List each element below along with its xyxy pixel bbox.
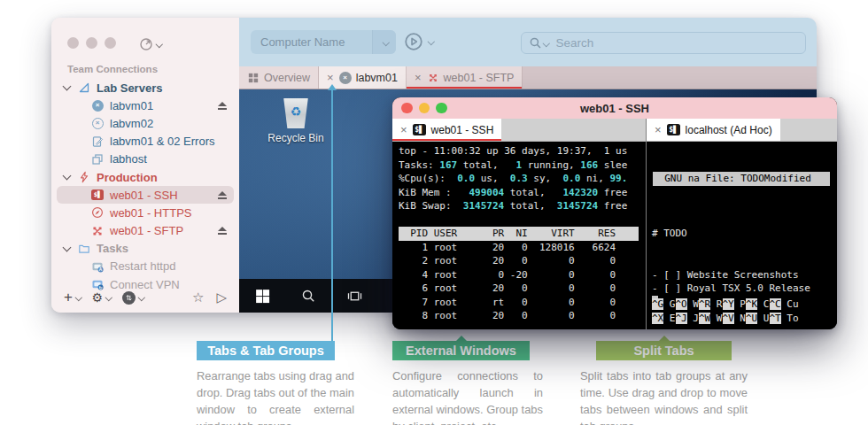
callout-pointer-line	[331, 89, 333, 344]
nano-line	[652, 241, 837, 255]
process-table-row: 7 root rt 0 0 0	[399, 296, 646, 310]
chevron-down-icon[interactable]	[63, 82, 72, 91]
close-icon[interactable]: ×	[400, 123, 407, 136]
sidebar-group-production[interactable]: Production	[57, 168, 234, 186]
tab-label: localhost (Ad Hoc)	[686, 124, 772, 136]
compass-icon	[90, 206, 105, 219]
sidebar-item-label: web01 - HTTPS	[110, 206, 191, 220]
nano-editor[interactable]: GNU na File: TODOModified # TODO - [ ] W…	[647, 142, 837, 329]
process-table-row: 2 root 20 0 0 0	[399, 254, 646, 268]
external-window: web01 - SSH × $▋ web01 - SSH top - 11:00…	[392, 97, 837, 329]
sidebar-item-web01-ssh[interactable]: $▋web01 - SSH	[57, 186, 234, 204]
add-connection-button[interactable]: +	[64, 289, 81, 306]
chevron-down-icon	[156, 41, 163, 48]
main-tab-web01-sftp[interactable]: ×web01 - SFTP	[407, 66, 523, 89]
windows-stack-icon	[90, 153, 105, 166]
search-input[interactable]	[554, 35, 799, 50]
left-pane-tab-strip: × $▋ web01 - SSH	[392, 119, 646, 142]
sort-filter-button[interactable]	[122, 291, 144, 305]
nano-line: - [ ] Website Screenshots	[652, 268, 837, 282]
tab-strip-empty	[780, 119, 837, 141]
computer-name-dropdown[interactable]: Computer Name	[251, 30, 396, 54]
terminal-ssh-icon: $▋	[90, 189, 105, 201]
tab-web01-ssh[interactable]: × $▋ web01 - SSH	[392, 119, 501, 141]
sidebar-item-labvm01[interactable]: ×labvm01	[57, 97, 234, 114]
eject-icon[interactable]	[217, 102, 227, 110]
main-tab-overview[interactable]: Overview	[239, 66, 319, 89]
recycle-bin[interactable]: ♻ Recycle Bin	[262, 98, 329, 144]
grid-icon	[247, 72, 260, 84]
sidebar-item-web01-https[interactable]: web01 - HTTPS	[57, 204, 234, 221]
close-icon[interactable]: ×	[655, 123, 662, 136]
favorites-star-button[interactable]: ☆	[192, 290, 204, 305]
computer-name-dropdown-arrow[interactable]	[372, 30, 396, 54]
settings-button[interactable]: ⚙	[91, 290, 111, 305]
chevron-down-icon	[105, 294, 112, 301]
sidebar-item-label: Restart httpd	[110, 259, 175, 273]
tab-label: web01 - SFTP	[444, 72, 515, 84]
minimize-window-button[interactable]	[419, 103, 430, 114]
callout-split-tabs: Split TabsSplit tabs into tab groups at …	[580, 341, 748, 425]
callout-description: Split tabs into tab groups at any time. …	[580, 367, 748, 425]
transfer-arrows-icon	[427, 72, 439, 84]
tab-localhost-ad-hoc[interactable]: × $▋ localhost (Ad Hoc)	[647, 119, 780, 141]
zoom-window-button[interactable]	[436, 103, 447, 114]
connect-icon	[139, 37, 153, 51]
lab-icon	[77, 81, 91, 94]
callout-badge: Tabs & Tab Groups	[197, 341, 335, 360]
search-icon	[529, 36, 549, 50]
callout-badge-label: External Windows	[406, 344, 516, 358]
search-field[interactable]	[521, 32, 806, 54]
nano-lines: # TODO - [ ] Website Screenshots- [ ] Ro…	[652, 213, 837, 310]
callout-badge-label: Split Tabs	[633, 344, 694, 358]
minimize-window-button[interactable]	[86, 37, 97, 49]
sort-arrows-icon	[122, 291, 136, 305]
sidebar-item-labhost[interactable]: labhost	[57, 151, 234, 168]
transfer-arrows-icon	[90, 225, 105, 237]
sidebar-tree: Lab Servers×labvm01×labvm02labvm01 & 02 …	[51, 79, 239, 293]
taskbar-search-icon[interactable]	[285, 279, 331, 313]
chevron-down-icon[interactable]	[63, 172, 72, 181]
chevron-down-icon	[75, 294, 82, 301]
taskbar-windows-start-icon[interactable]	[239, 279, 285, 313]
eject-icon[interactable]	[217, 227, 227, 235]
sidebar-group-label: Production	[97, 171, 158, 184]
vm-filled-icon: ×	[90, 99, 105, 112]
chevron-down-icon[interactable]	[63, 243, 72, 251]
nano-line: # TODO	[652, 227, 837, 241]
computer-name-value: Computer Name	[251, 35, 372, 49]
tab-strip-empty	[501, 119, 646, 141]
connect-dropdown-button[interactable]	[139, 37, 162, 51]
sidebar-group-tasks[interactable]: Tasks	[57, 240, 234, 258]
sidebar-group-label: Tasks	[97, 242, 128, 255]
nano-shortcut-row: ^G G^O W^R R^Y P^K C^C Cu	[652, 298, 799, 312]
connect-play-button[interactable]	[404, 32, 434, 51]
terminal-output[interactable]: top - 11:00:32 up 36 days, 19:37, 1 usTa…	[392, 142, 646, 329]
screenshot-stage: Team Connections Lab Servers×labvm01×lab…	[0, 0, 868, 425]
run-play-button[interactable]: ▷	[216, 290, 227, 305]
nano-shortcut-row: ^X E^J J^W W^V N^U U^T To	[652, 312, 799, 326]
sidebar-group-lab-servers[interactable]: Lab Servers	[57, 79, 234, 97]
sidebar-item-labvm01-02-errors[interactable]: labvm01 & 02 Errors	[57, 133, 234, 151]
sidebar-item-labvm02[interactable]: ×labvm02	[57, 114, 234, 132]
zoom-window-button[interactable]	[105, 37, 116, 49]
close-window-button[interactable]	[67, 37, 79, 49]
sidebar-item-web01-sftp[interactable]: web01 - SFTP	[57, 222, 234, 240]
recycle-bin-label: Recycle Bin	[262, 132, 329, 144]
nano-line: - [ ] Royal TSX 5.0 Release	[652, 282, 837, 296]
lightning-icon	[77, 171, 91, 183]
callout-external-windows: External WindowsConfigure connections to…	[392, 341, 543, 425]
vm-outline-icon: ×	[90, 117, 105, 129]
vm-circle-icon: ×	[339, 72, 352, 84]
external-window-titlebar[interactable]: web01 - SSH	[392, 97, 837, 119]
recycle-bin-icon: ♻	[283, 98, 309, 128]
sidebar-item-restart-httpd[interactable]: ARestart httpd	[57, 258, 234, 275]
ssh-terminal-icon: $▋	[413, 124, 426, 135]
close-window-button[interactable]	[401, 103, 413, 114]
split-tab-area: × $▋ web01 - SSH top - 11:00:32 up 36 da…	[392, 119, 837, 329]
taskbar-task-view-icon[interactable]	[331, 279, 377, 313]
sidebar-item-label: labvm01	[110, 99, 153, 112]
close-icon[interactable]: ×	[327, 71, 334, 84]
close-icon[interactable]: ×	[415, 71, 422, 84]
eject-icon[interactable]	[217, 191, 227, 199]
